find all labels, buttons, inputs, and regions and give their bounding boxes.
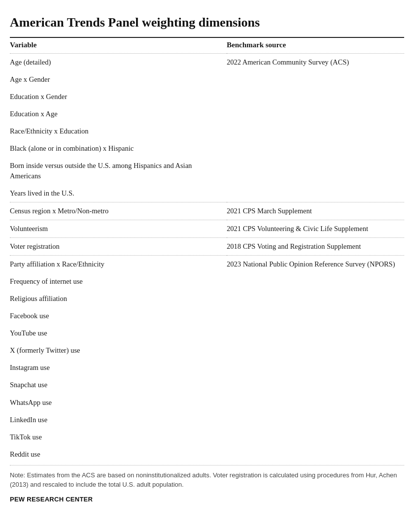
variable-cell: Age x Gender <box>10 71 227 88</box>
benchmark-cell <box>227 429 404 446</box>
note-section: Note: Estimates from the ACS are based o… <box>10 465 404 503</box>
column-header-variable: Variable <box>10 37 227 54</box>
page-container: American Trends Panel weighting dimensio… <box>10 15 404 503</box>
table-row: Age (detailed)2022 American Community Su… <box>10 54 404 71</box>
benchmark-cell <box>227 185 404 202</box>
table-row: Facebook use <box>10 307 404 325</box>
benchmark-cell <box>227 123 404 140</box>
variable-cell: TikTok use <box>10 429 227 446</box>
variable-cell: Reddit use <box>10 446 227 463</box>
benchmark-cell <box>227 411 404 429</box>
table-row: Years lived in the U.S. <box>10 185 404 202</box>
benchmark-cell <box>227 88 404 105</box>
table-row: Volunteerism2021 CPS Volunteering & Civi… <box>10 220 404 238</box>
variable-cell: YouTube use <box>10 325 227 342</box>
table-row: Education x Gender <box>10 88 404 105</box>
table-row: TikTok use <box>10 429 404 446</box>
table-row: Party affiliation x Race/Ethnicity2023 N… <box>10 256 404 273</box>
variable-cell: Religious affiliation <box>10 290 227 307</box>
benchmark-cell <box>227 290 404 307</box>
table-row: LinkedIn use <box>10 411 404 429</box>
benchmark-cell <box>227 376 404 394</box>
table-row: Black (alone or in combination) x Hispan… <box>10 140 404 157</box>
benchmark-cell <box>227 342 404 359</box>
variable-cell: Facebook use <box>10 307 227 325</box>
benchmark-cell <box>227 446 404 463</box>
benchmark-cell: 2021 CPS March Supplement <box>227 202 404 220</box>
benchmark-cell: 2022 American Community Survey (ACS) <box>227 54 404 71</box>
benchmark-cell <box>227 273 404 290</box>
variable-cell: Education x Age <box>10 105 227 123</box>
variable-cell: X (formerly Twitter) use <box>10 342 227 359</box>
page-title: American Trends Panel weighting dimensio… <box>10 15 404 30</box>
variable-cell: Snapchat use <box>10 376 227 394</box>
benchmark-cell <box>227 325 404 342</box>
table-header-row: Variable Benchmark source <box>10 37 404 54</box>
column-header-benchmark: Benchmark source <box>227 37 404 54</box>
table-row: Voter registration2018 CPS Voting and Re… <box>10 238 404 256</box>
variable-cell: Frequency of internet use <box>10 273 227 290</box>
table-row: Frequency of internet use <box>10 273 404 290</box>
variable-cell: Instagram use <box>10 359 227 376</box>
benchmark-cell <box>227 140 404 157</box>
variable-cell: Black (alone or in combination) x Hispan… <box>10 140 227 157</box>
table-row: Education x Age <box>10 105 404 123</box>
table-row: YouTube use <box>10 325 404 342</box>
benchmark-cell <box>227 394 404 411</box>
table-row: Born inside versus outside the U.S. amon… <box>10 157 404 185</box>
variable-cell: Volunteerism <box>10 220 227 238</box>
note-text: Note: Estimates from the ACS are based o… <box>10 470 404 490</box>
variable-cell: Years lived in the U.S. <box>10 185 227 202</box>
table-row: X (formerly Twitter) use <box>10 342 404 359</box>
variable-cell: Born inside versus outside the U.S. amon… <box>10 157 227 185</box>
benchmark-cell <box>227 359 404 376</box>
table-row: Race/Ethnicity x Education <box>10 123 404 140</box>
variable-cell: Census region x Metro/Non-metro <box>10 202 227 220</box>
weighting-table: Variable Benchmark source Age (detailed)… <box>10 37 404 463</box>
table-row: Snapchat use <box>10 376 404 394</box>
benchmark-cell <box>227 157 404 185</box>
benchmark-cell: 2018 CPS Voting and Registration Supplem… <box>227 238 404 256</box>
variable-cell: WhatsApp use <box>10 394 227 411</box>
pew-label: PEW RESEARCH CENTER <box>10 496 404 503</box>
benchmark-cell <box>227 307 404 325</box>
variable-cell: Age (detailed) <box>10 54 227 71</box>
variable-cell: Education x Gender <box>10 88 227 105</box>
benchmark-cell: 2021 CPS Volunteering & Civic Life Suppl… <box>227 220 404 238</box>
benchmark-cell <box>227 105 404 123</box>
table-row: WhatsApp use <box>10 394 404 411</box>
table-row: Instagram use <box>10 359 404 376</box>
variable-cell: Party affiliation x Race/Ethnicity <box>10 256 227 273</box>
variable-cell: Race/Ethnicity x Education <box>10 123 227 140</box>
table-row: Age x Gender <box>10 71 404 88</box>
variable-cell: LinkedIn use <box>10 411 227 429</box>
benchmark-cell: 2023 National Public Opinion Reference S… <box>227 256 404 273</box>
table-row: Reddit use <box>10 446 404 463</box>
benchmark-cell <box>227 71 404 88</box>
table-row: Census region x Metro/Non-metro2021 CPS … <box>10 202 404 220</box>
variable-cell: Voter registration <box>10 238 227 256</box>
table-row: Religious affiliation <box>10 290 404 307</box>
